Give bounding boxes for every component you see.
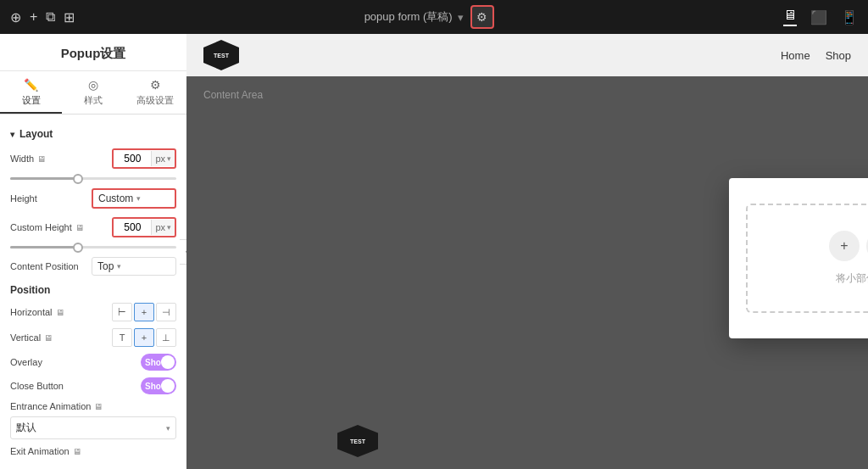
overlay-label: Overlay: [10, 357, 42, 367]
width-slider-row: [10, 177, 176, 180]
add-widget-icon: +: [840, 238, 848, 254]
position-section: Position Horizontal 🖥 ⊢ + ⊣: [10, 284, 176, 347]
copy-icon[interactable]: ⧉: [46, 9, 55, 25]
align-center-h-button[interactable]: +: [134, 303, 154, 321]
popup-body: + 📁 ✦ 将小部件拖动到此处: [729, 178, 868, 338]
width-input[interactable]: 500: [114, 150, 151, 167]
custom-height-unit-selector[interactable]: px ▾: [151, 220, 175, 235]
preview-header: TEST Home Shop: [186, 34, 868, 76]
dropdown-arrow[interactable]: ▾: [458, 11, 464, 24]
align-top-button[interactable]: T: [112, 328, 132, 347]
unit-chevron: ▾: [167, 154, 171, 163]
add-icon[interactable]: +: [30, 9, 37, 25]
horizontal-monitor-icon: 🖥: [56, 308, 64, 317]
height-label: Height: [10, 193, 70, 204]
settings-tab-label: 设置: [22, 94, 41, 107]
width-row: Width 🖥 500 px ▾: [10, 148, 176, 169]
width-unit-selector[interactable]: px ▾: [151, 151, 175, 166]
entrance-animation-monitor-icon: 🖥: [94, 402, 103, 411]
custom-height-slider-track[interactable]: [10, 246, 176, 248]
overlay-toggle[interactable]: Show: [141, 354, 176, 371]
height-value: Custom: [98, 193, 133, 204]
gear-button[interactable]: ⚙: [470, 5, 494, 29]
width-label: Width 🖥: [10, 154, 70, 164]
preview-nav: Home Shop: [781, 49, 851, 62]
topbar-center: popup form (草稿) ▾ ⚙: [83, 5, 775, 29]
gear-icon: ⚙: [476, 10, 487, 24]
overlay-row: Overlay Show: [10, 354, 176, 371]
content-area-label: Content Area: [203, 89, 263, 101]
position-header: Position: [10, 284, 176, 296]
content-position-dropdown[interactable]: Top ▾: [92, 257, 176, 276]
vertical-monitor-icon: 🖥: [44, 333, 53, 343]
layers-icon[interactable]: ⊞: [64, 9, 75, 25]
canvas: TEST Home Shop Content Area TEST ✕ +: [186, 34, 868, 469]
vertical-align-buttons: T + ⊥: [112, 328, 176, 347]
sidebar-content: Layout Width 🖥 500 px ▾: [0, 114, 186, 469]
sidebar-collapse-button[interactable]: ‹: [180, 239, 186, 265]
custom-height-unit-chevron: ▾: [167, 223, 171, 232]
custom-height-input-group: 500 px ▾: [112, 217, 176, 237]
sidebar: Popup设置 ✏️ 设置 ◎ 样式 ⚙ 高级设置 Layout Width: [0, 34, 186, 469]
content-position-label: Content Position: [10, 261, 79, 271]
custom-height-label: Custom Height 🖥: [10, 222, 84, 232]
height-dropdown[interactable]: Custom ▾: [92, 188, 176, 209]
topbar-right: 🖥 ⬛ 📱: [783, 8, 858, 26]
logo-icon[interactable]: ⊕: [10, 9, 21, 25]
vertical-row: Vertical 🖥 T + ⊥: [10, 328, 176, 347]
exit-animation-monitor-icon: 🖥: [73, 447, 81, 456]
desktop-icon[interactable]: 🖥: [783, 8, 797, 26]
horizontal-label: Horizontal 🖥: [10, 307, 70, 317]
height-chevron: ▾: [136, 194, 141, 203]
width-monitor-icon: 🖥: [37, 154, 46, 164]
content-position-chevron: ▾: [117, 262, 121, 271]
popup-label: popup form (草稿) ▾: [364, 9, 464, 25]
tablet-icon[interactable]: ⬛: [810, 9, 827, 25]
advanced-tab-icon: ⚙: [150, 78, 161, 92]
drop-hint: 将小部件拖动到此处: [836, 271, 868, 286]
width-slider-track[interactable]: [10, 177, 176, 180]
horizontal-row: Horizontal 🖥 ⊢ + ⊣: [10, 303, 176, 321]
entrance-animation-dropdown[interactable]: 默认 ▾: [10, 416, 176, 439]
add-widget-button[interactable]: +: [829, 231, 860, 261]
layout-section-header[interactable]: Layout: [10, 128, 176, 140]
custom-height-slider-fill: [10, 246, 76, 248]
tab-settings[interactable]: ✏️ 设置: [0, 71, 62, 114]
exit-animation-row: Exit Animation 🖥: [10, 446, 176, 456]
custom-height-slider-row: [10, 246, 176, 248]
drop-buttons: + 📁 ✦: [829, 231, 868, 261]
width-slider-fill: [10, 177, 76, 180]
width-slider-thumb[interactable]: [73, 174, 83, 184]
topbar-left: ⊕ + ⧉ ⊞: [10, 9, 75, 25]
close-button-toggle[interactable]: Show: [141, 377, 176, 394]
align-bottom-button[interactable]: ⊥: [156, 328, 176, 347]
mobile-icon[interactable]: 📱: [841, 9, 858, 25]
horizontal-align-buttons: ⊢ + ⊣: [112, 303, 176, 321]
style-tab-label: 样式: [84, 94, 103, 107]
content-position-value: Top: [97, 260, 114, 272]
preview-logo: TEST: [203, 40, 239, 70]
custom-height-input[interactable]: 500: [114, 219, 151, 236]
entrance-animation-value: 默认: [16, 421, 36, 435]
tab-advanced[interactable]: ⚙ 高级设置: [125, 71, 186, 114]
advanced-tab-label: 高级设置: [136, 94, 174, 107]
entrance-animation-chevron: ▾: [166, 424, 170, 433]
align-left-button[interactable]: ⊢: [112, 303, 132, 321]
tab-style[interactable]: ◎ 样式: [62, 71, 124, 114]
sidebar-tabs: ✏️ 设置 ◎ 样式 ⚙ 高级设置: [0, 71, 186, 114]
align-center-v-button[interactable]: +: [134, 328, 154, 347]
close-button-toggle-knob: [161, 379, 175, 393]
custom-height-row: Custom Height 🖥 500 px ▾: [10, 217, 176, 237]
width-input-group: 500 px ▾: [112, 148, 176, 169]
close-button-row: Close Button Show: [10, 377, 176, 394]
content-position-row: Content Position Top ▾: [10, 257, 176, 276]
height-row: Height Custom ▾: [10, 188, 176, 209]
settings-tab-icon: ✏️: [24, 78, 38, 92]
custom-height-slider-thumb[interactable]: [73, 243, 83, 253]
nav-home: Home: [781, 49, 810, 62]
topbar: ⊕ + ⧉ ⊞ popup form (草稿) ▾ ⚙ 🖥 ⬛ 📱: [0, 0, 868, 34]
entrance-animation-label: Entrance Animation 🖥: [10, 401, 103, 411]
align-right-button[interactable]: ⊣: [156, 303, 176, 321]
popup-modal: ✕ + 📁 ✦ 将小部件拖动到此处: [729, 178, 868, 338]
nav-shop: Shop: [826, 49, 851, 62]
